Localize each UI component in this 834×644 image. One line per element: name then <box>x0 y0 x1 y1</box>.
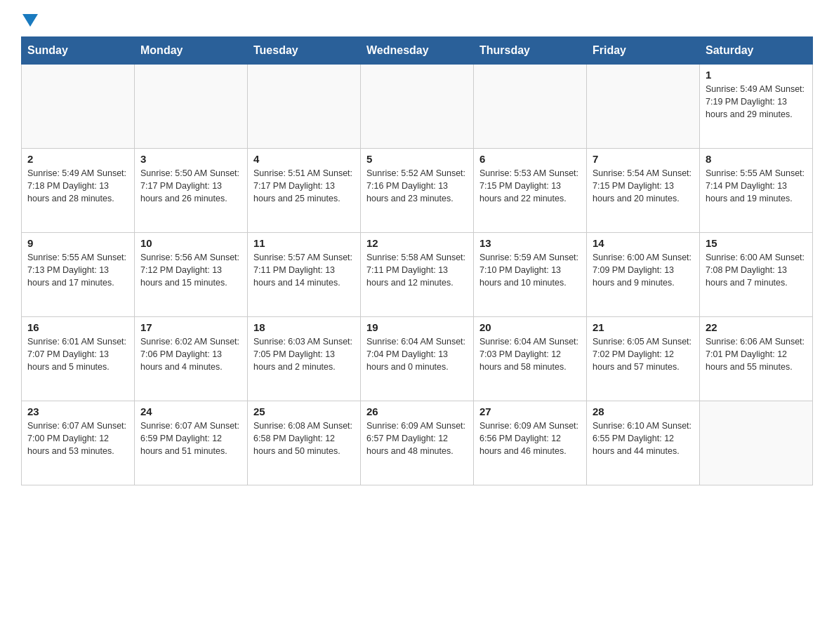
day-info: Sunrise: 6:09 AM Sunset: 6:56 PM Dayligh… <box>479 420 581 457</box>
day-info: Sunrise: 6:03 AM Sunset: 7:05 PM Dayligh… <box>253 335 355 373</box>
day-info: Sunrise: 5:57 AM Sunset: 7:11 PM Dayligh… <box>253 251 355 289</box>
table-row: 19Sunrise: 6:04 AM Sunset: 7:04 PM Dayli… <box>361 317 474 401</box>
table-row <box>248 65 361 149</box>
day-info: Sunrise: 5:49 AM Sunset: 7:19 PM Dayligh… <box>706 83 807 121</box>
table-row: 26Sunrise: 6:09 AM Sunset: 6:57 PM Dayli… <box>361 401 474 485</box>
table-row: 28Sunrise: 6:10 AM Sunset: 6:55 PM Dayli… <box>587 401 700 485</box>
day-number: 23 <box>27 405 128 417</box>
day-info: Sunrise: 6:08 AM Sunset: 6:58 PM Dayligh… <box>253 420 355 457</box>
day-number: 28 <box>593 405 694 417</box>
day-info: Sunrise: 6:05 AM Sunset: 7:02 PM Dayligh… <box>593 335 694 373</box>
day-number: 22 <box>706 321 807 333</box>
day-info: Sunrise: 6:04 AM Sunset: 7:03 PM Dayligh… <box>479 335 581 373</box>
table-row: 24Sunrise: 6:07 AM Sunset: 6:59 PM Dayli… <box>135 401 248 485</box>
table-row: 20Sunrise: 6:04 AM Sunset: 7:03 PM Dayli… <box>474 317 587 401</box>
day-info: Sunrise: 5:58 AM Sunset: 7:11 PM Dayligh… <box>366 251 468 289</box>
table-row: 17Sunrise: 6:02 AM Sunset: 7:06 PM Dayli… <box>135 317 248 401</box>
table-row: 1Sunrise: 5:49 AM Sunset: 7:19 PM Daylig… <box>700 65 813 149</box>
day-number: 17 <box>140 321 241 333</box>
calendar-header-row: Sunday Monday Tuesday Wednesday Thursday… <box>22 37 813 65</box>
day-number: 20 <box>479 321 581 333</box>
day-number: 2 <box>27 153 128 165</box>
day-number: 11 <box>253 237 355 249</box>
day-number: 19 <box>366 321 468 333</box>
table-row: 4Sunrise: 5:51 AM Sunset: 7:17 PM Daylig… <box>248 149 361 233</box>
col-tuesday: Tuesday <box>248 37 361 65</box>
table-row: 18Sunrise: 6:03 AM Sunset: 7:05 PM Dayli… <box>248 317 361 401</box>
table-row: 13Sunrise: 5:59 AM Sunset: 7:10 PM Dayli… <box>474 233 587 317</box>
logo <box>21 14 38 29</box>
day-info: Sunrise: 5:56 AM Sunset: 7:12 PM Dayligh… <box>140 251 241 289</box>
day-number: 12 <box>366 237 468 249</box>
day-info: Sunrise: 6:00 AM Sunset: 7:08 PM Dayligh… <box>706 251 807 289</box>
table-row: 25Sunrise: 6:08 AM Sunset: 6:58 PM Dayli… <box>248 401 361 485</box>
table-row: 11Sunrise: 5:57 AM Sunset: 7:11 PM Dayli… <box>248 233 361 317</box>
day-info: Sunrise: 6:04 AM Sunset: 7:04 PM Dayligh… <box>366 335 468 373</box>
calendar-week-row: 9Sunrise: 5:55 AM Sunset: 7:13 PM Daylig… <box>22 233 813 317</box>
day-number: 18 <box>253 321 355 333</box>
table-row <box>700 401 813 485</box>
calendar-week-row: 16Sunrise: 6:01 AM Sunset: 7:07 PM Dayli… <box>22 317 813 401</box>
table-row: 8Sunrise: 5:55 AM Sunset: 7:14 PM Daylig… <box>700 149 813 233</box>
table-row <box>587 65 700 149</box>
day-number: 16 <box>27 321 128 333</box>
calendar-week-row: 23Sunrise: 6:07 AM Sunset: 7:00 PM Dayli… <box>22 401 813 485</box>
day-info: Sunrise: 5:51 AM Sunset: 7:17 PM Dayligh… <box>253 167 355 205</box>
day-info: Sunrise: 5:55 AM Sunset: 7:14 PM Dayligh… <box>706 167 807 205</box>
table-row: 14Sunrise: 6:00 AM Sunset: 7:09 PM Dayli… <box>587 233 700 317</box>
day-info: Sunrise: 6:01 AM Sunset: 7:07 PM Dayligh… <box>27 335 128 373</box>
table-row: 9Sunrise: 5:55 AM Sunset: 7:13 PM Daylig… <box>22 233 135 317</box>
day-number: 24 <box>140 405 241 417</box>
day-info: Sunrise: 6:06 AM Sunset: 7:01 PM Dayligh… <box>706 335 807 373</box>
day-info: Sunrise: 5:54 AM Sunset: 7:15 PM Dayligh… <box>593 167 694 205</box>
col-saturday: Saturday <box>700 37 813 65</box>
col-wednesday: Wednesday <box>361 37 474 65</box>
table-row: 3Sunrise: 5:50 AM Sunset: 7:17 PM Daylig… <box>135 149 248 233</box>
table-row: 27Sunrise: 6:09 AM Sunset: 6:56 PM Dayli… <box>474 401 587 485</box>
svg-marker-0 <box>22 14 38 27</box>
day-info: Sunrise: 6:00 AM Sunset: 7:09 PM Dayligh… <box>593 251 694 289</box>
table-row: 7Sunrise: 5:54 AM Sunset: 7:15 PM Daylig… <box>587 149 700 233</box>
day-number: 3 <box>140 153 241 165</box>
table-row: 15Sunrise: 6:00 AM Sunset: 7:08 PM Dayli… <box>700 233 813 317</box>
table-row <box>361 65 474 149</box>
table-row <box>474 65 587 149</box>
day-number: 7 <box>593 153 694 165</box>
day-number: 6 <box>479 153 581 165</box>
day-number: 13 <box>479 237 581 249</box>
day-info: Sunrise: 5:49 AM Sunset: 7:18 PM Dayligh… <box>27 167 128 205</box>
day-number: 1 <box>706 69 807 81</box>
day-number: 25 <box>253 405 355 417</box>
day-info: Sunrise: 6:09 AM Sunset: 6:57 PM Dayligh… <box>366 420 468 457</box>
table-row: 16Sunrise: 6:01 AM Sunset: 7:07 PM Dayli… <box>22 317 135 401</box>
day-info: Sunrise: 6:07 AM Sunset: 6:59 PM Dayligh… <box>140 420 241 457</box>
day-info: Sunrise: 5:59 AM Sunset: 7:10 PM Dayligh… <box>479 251 581 289</box>
day-number: 10 <box>140 237 241 249</box>
day-number: 14 <box>593 237 694 249</box>
day-info: Sunrise: 5:52 AM Sunset: 7:16 PM Dayligh… <box>366 167 468 205</box>
day-number: 5 <box>366 153 468 165</box>
day-info: Sunrise: 5:53 AM Sunset: 7:15 PM Dayligh… <box>479 167 581 205</box>
calendar-week-row: 1Sunrise: 5:49 AM Sunset: 7:19 PM Daylig… <box>22 65 813 149</box>
table-row: 10Sunrise: 5:56 AM Sunset: 7:12 PM Dayli… <box>135 233 248 317</box>
page-header <box>21 14 813 29</box>
day-info: Sunrise: 6:02 AM Sunset: 7:06 PM Dayligh… <box>140 335 241 373</box>
col-monday: Monday <box>135 37 248 65</box>
col-friday: Friday <box>587 37 700 65</box>
table-row: 22Sunrise: 6:06 AM Sunset: 7:01 PM Dayli… <box>700 317 813 401</box>
day-info: Sunrise: 6:07 AM Sunset: 7:00 PM Dayligh… <box>27 420 128 457</box>
day-number: 4 <box>253 153 355 165</box>
table-row: 12Sunrise: 5:58 AM Sunset: 7:11 PM Dayli… <box>361 233 474 317</box>
col-thursday: Thursday <box>474 37 587 65</box>
day-number: 26 <box>366 405 468 417</box>
day-number: 15 <box>706 237 807 249</box>
day-info: Sunrise: 6:10 AM Sunset: 6:55 PM Dayligh… <box>593 420 694 457</box>
day-number: 21 <box>593 321 694 333</box>
calendar-week-row: 2Sunrise: 5:49 AM Sunset: 7:18 PM Daylig… <box>22 149 813 233</box>
table-row: 21Sunrise: 6:05 AM Sunset: 7:02 PM Dayli… <box>587 317 700 401</box>
day-number: 27 <box>479 405 581 417</box>
table-row: 6Sunrise: 5:53 AM Sunset: 7:15 PM Daylig… <box>474 149 587 233</box>
calendar-table: Sunday Monday Tuesday Wednesday Thursday… <box>21 36 813 485</box>
day-number: 8 <box>706 153 807 165</box>
day-info: Sunrise: 5:50 AM Sunset: 7:17 PM Dayligh… <box>140 167 241 205</box>
